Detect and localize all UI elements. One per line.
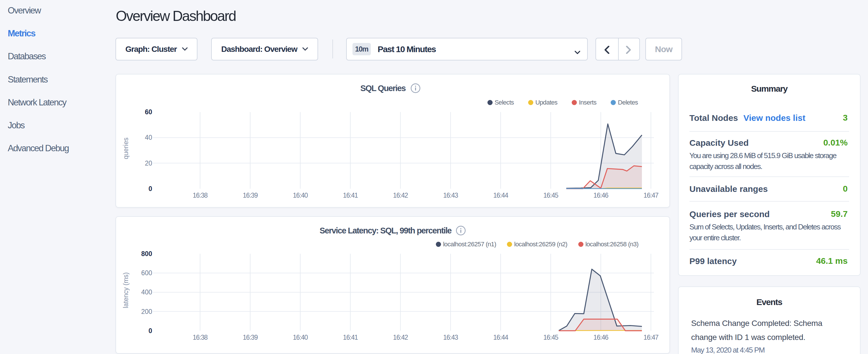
svg-text:16:47: 16:47 xyxy=(644,334,658,341)
svg-text:16:40: 16:40 xyxy=(293,192,308,199)
svg-text:60: 60 xyxy=(145,108,152,116)
svg-text:16:38: 16:38 xyxy=(192,334,208,341)
svg-text:16:44: 16:44 xyxy=(493,192,508,199)
svg-text:16:43: 16:43 xyxy=(443,192,458,199)
svg-text:16:45: 16:45 xyxy=(543,334,558,341)
svg-text:800: 800 xyxy=(141,250,152,257)
svg-text:200: 200 xyxy=(141,308,152,315)
svg-text:16:40: 16:40 xyxy=(293,334,308,341)
svg-text:16:47: 16:47 xyxy=(644,192,658,199)
svg-text:600: 600 xyxy=(141,269,152,277)
svg-text:16:41: 16:41 xyxy=(343,334,358,341)
svg-text:16:42: 16:42 xyxy=(393,334,408,341)
svg-text:0: 0 xyxy=(149,327,152,334)
svg-text:16:45: 16:45 xyxy=(543,192,558,199)
svg-text:16:46: 16:46 xyxy=(593,334,608,341)
svg-text:16:43: 16:43 xyxy=(443,334,458,341)
svg-text:16:41: 16:41 xyxy=(343,192,358,199)
svg-text:queries: queries xyxy=(122,137,129,159)
svg-text:latency (ms): latency (ms) xyxy=(122,272,129,308)
svg-text:16:38: 16:38 xyxy=(192,192,208,199)
svg-text:16:42: 16:42 xyxy=(393,192,408,199)
svg-text:16:44: 16:44 xyxy=(493,334,508,341)
svg-text:16:46: 16:46 xyxy=(593,192,608,199)
svg-text:400: 400 xyxy=(141,288,152,296)
svg-text:40: 40 xyxy=(145,134,152,141)
svg-text:16:39: 16:39 xyxy=(243,192,258,199)
svg-text:20: 20 xyxy=(145,160,152,167)
svg-text:16:39: 16:39 xyxy=(243,334,258,341)
svg-text:0: 0 xyxy=(149,185,152,192)
